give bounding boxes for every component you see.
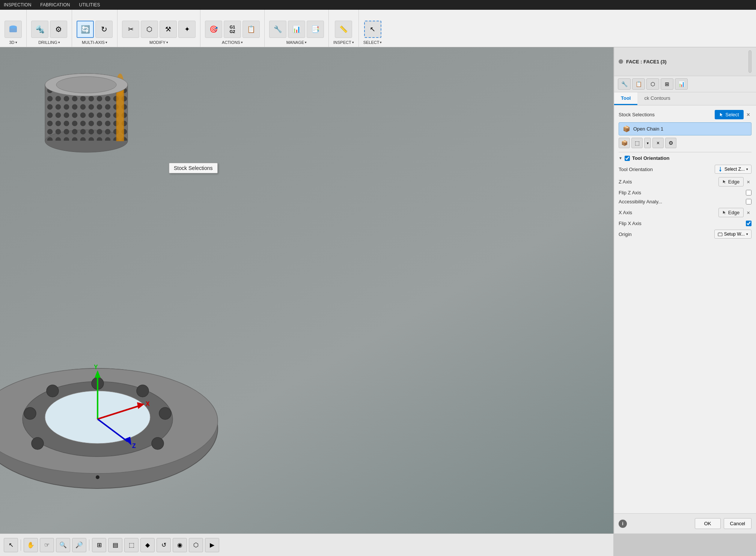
toolbar-3d-icon[interactable] xyxy=(5,21,22,38)
toolbar-inspect-icon1[interactable]: 📏 xyxy=(335,21,352,38)
toolbar-modify-icon4[interactable]: ✦ xyxy=(178,21,196,38)
svg-point-21 xyxy=(32,437,44,449)
toolbar-manage-section: 🔧 📊 📑 MANAGE ▾ xyxy=(265,10,329,47)
menu-inspection[interactable]: INSPECTION xyxy=(4,2,31,8)
panel-tab-grid-icon[interactable]: ⊞ xyxy=(661,78,673,90)
select-z-icon xyxy=(718,167,723,172)
info-icon[interactable]: i xyxy=(619,520,627,528)
toolbar-modify-icon3[interactable]: ⚒ xyxy=(160,21,177,38)
svg-marker-34 xyxy=(719,170,721,172)
expand-arrow[interactable]: ▼ xyxy=(619,156,622,160)
toolbar-manage-icon1[interactable]: 🔧 xyxy=(269,21,286,38)
toolbar-drilling-icon2[interactable]: ⚙ xyxy=(50,21,67,38)
remove-item-button[interactable]: × xyxy=(652,138,664,148)
toolbar-manage-label[interactable]: MANAGE ▾ xyxy=(286,40,307,45)
hand-tool-button[interactable]: ✋ xyxy=(24,538,38,552)
mesh-button[interactable]: ⬡ xyxy=(189,538,203,552)
chain-label: Open Chain 1 xyxy=(633,126,663,132)
toolbar-drilling-label[interactable]: DRILLING ▾ xyxy=(38,40,60,45)
panel-tab-tool-icon[interactable]: 🔧 xyxy=(618,78,631,90)
tool-orientation-field-row: Tool Orientation Select Z... ▾ xyxy=(619,165,751,174)
add-solid-button[interactable]: 📦 xyxy=(619,138,630,148)
toolbar-modify-label[interactable]: MODIFY ▾ xyxy=(149,40,168,45)
accessibility-analysis-label: Accessibility Analy... xyxy=(619,199,671,204)
viewport[interactable]: Stock Selections Y X Z xyxy=(0,47,613,533)
svg-point-19 xyxy=(159,407,171,419)
display-mode-button[interactable]: ⊞ xyxy=(92,538,106,552)
panel-title: FACE : FACE1 (3) xyxy=(626,59,667,65)
flip-z-axis-checkbox[interactable] xyxy=(746,190,751,195)
x-axis-clear-button[interactable]: × xyxy=(745,209,751,216)
select-mode-button[interactable]: ↖ xyxy=(4,538,18,552)
toolbar-multiaxis-icon2[interactable]: ↻ xyxy=(95,21,113,38)
flip-x-axis-checkbox[interactable] xyxy=(746,221,751,226)
toolbar-modify-icon2[interactable]: ⬡ xyxy=(141,21,158,38)
tab-tool[interactable]: Tool xyxy=(614,92,637,105)
settings-button[interactable]: ⚙ xyxy=(665,138,676,148)
toolbar-actions-icon1[interactable]: 🎯 xyxy=(205,21,222,38)
x-axis-field-row: X Axis Edge × xyxy=(619,208,751,217)
x-axis-edge-button[interactable]: Edge xyxy=(718,208,744,217)
divider-1 xyxy=(619,152,751,152)
svg-rect-35 xyxy=(718,233,722,236)
toolbar-select-label[interactable]: SELECT ▾ xyxy=(363,40,382,45)
z-axis-field-row: Z Axis Edge × xyxy=(619,177,751,186)
panel-tab-layers-icon[interactable]: 📋 xyxy=(632,78,645,90)
cursor-icon xyxy=(719,113,724,117)
accessibility-analysis-checkbox[interactable] xyxy=(746,199,751,204)
origin-label: Origin xyxy=(619,231,671,237)
tool-orientation-checkbox[interactable] xyxy=(625,156,630,161)
svg-point-10 xyxy=(56,77,116,93)
panel-tab-chart-icon[interactable]: 📊 xyxy=(675,78,688,90)
ok-button[interactable]: OK xyxy=(695,518,721,529)
toolbar-actions-section: 🎯 G1G2 📋 ACTIONS ▾ xyxy=(200,10,265,47)
menu-fabrication[interactable]: FABRICATION xyxy=(40,2,70,8)
toolbar-actions-label[interactable]: ACTIONS ▾ xyxy=(222,40,243,45)
zoom-fit-button[interactable]: 🔎 xyxy=(72,538,86,552)
flip-x-axis-label: Flip X Axis xyxy=(619,221,671,226)
3d-object-bottom: Y X Z xyxy=(0,353,248,511)
open-chain-list-item[interactable]: 📦 Open Chain 1 xyxy=(619,122,751,135)
point-cloud-button[interactable]: ◉ xyxy=(173,538,187,552)
toolbar-multiaxis-label[interactable]: MULTI-AXIS ▾ xyxy=(82,40,107,45)
toolbar-multiaxis-icon1[interactable]: 🔄 xyxy=(77,21,94,38)
play-button[interactable]: ▶ xyxy=(205,538,219,552)
origin-field-row: Origin Setup W... ▾ xyxy=(619,230,751,239)
toolbar-manage-icon3[interactable]: 📑 xyxy=(307,21,324,38)
refresh-button[interactable]: ↺ xyxy=(157,538,171,552)
panel-tab-shape-icon[interactable]: ⬡ xyxy=(646,78,659,90)
menu-utilities[interactable]: UTILITIES xyxy=(79,2,100,8)
visual-style-button[interactable]: ◆ xyxy=(140,538,155,552)
tool-orientation-section: ▼ Tool Orientation Tool Orientation Sele… xyxy=(619,155,751,239)
tool-orientation-dropdown[interactable]: Select Z... ▾ xyxy=(715,165,751,174)
x-axis-label: X Axis xyxy=(619,210,671,215)
toolbar-actions-icon3[interactable]: 📋 xyxy=(242,21,260,38)
add-surface-button[interactable]: ⬚ xyxy=(631,138,643,148)
tool-orientation-label: Tool Orientation xyxy=(632,155,669,161)
stock-selections-tooltip: Stock Selections xyxy=(169,163,218,173)
toolbar-inspect-label[interactable]: INSPECT ▾ xyxy=(333,40,354,45)
toolbar-modify-icon1[interactable]: ✂ xyxy=(122,21,139,38)
toolbar-3d-label[interactable]: 3D ▾ xyxy=(9,40,17,45)
toolbar-manage-icon2[interactable]: 📊 xyxy=(288,21,305,38)
grid-button[interactable]: ▤ xyxy=(108,538,122,552)
toolbar-actions-icon2[interactable]: G1G2 xyxy=(224,21,241,38)
dropdown-arrow-button[interactable]: ▾ xyxy=(644,138,651,148)
tab-contours[interactable]: ck Contours xyxy=(637,92,677,105)
snap-button[interactable]: ⬚ xyxy=(124,538,139,552)
orbit-button[interactable]: ☞ xyxy=(40,538,54,552)
toolbar-select-icon[interactable]: ↖ xyxy=(364,21,381,38)
svg-point-32 xyxy=(96,475,99,479)
z-axis-clear-button[interactable]: × xyxy=(745,178,751,186)
origin-dropdown[interactable]: Setup W... ▾ xyxy=(714,230,751,239)
toolbar-select-section: ↖ SELECT ▾ xyxy=(359,10,387,47)
cancel-button[interactable]: Cancel xyxy=(724,518,751,529)
stock-selections-select-button[interactable]: Select xyxy=(715,110,744,119)
toolbar-drilling-icon1[interactable]: 🔩 xyxy=(31,21,48,38)
svg-point-20 xyxy=(152,437,164,449)
stock-selections-close-button[interactable]: × xyxy=(745,111,751,119)
zoom-button[interactable]: 🔍 xyxy=(56,538,70,552)
z-axis-edge-button[interactable]: Edge xyxy=(718,177,744,186)
z-axis-label: Z Axis xyxy=(619,179,671,185)
accessibility-analysis-row: Accessibility Analy... xyxy=(619,199,751,204)
